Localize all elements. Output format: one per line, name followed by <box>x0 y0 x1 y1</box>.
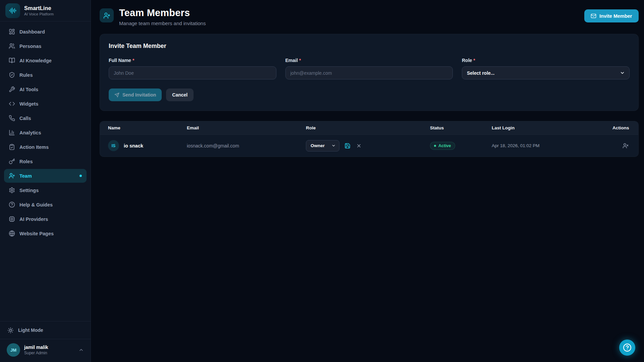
sidebar-item-widgets[interactable]: Widgets <box>4 97 87 111</box>
invite-form-title: Invite Team Member <box>109 43 630 50</box>
send-icon <box>114 93 119 98</box>
chevron-down-icon <box>620 70 625 75</box>
required-asterisk: * <box>132 58 134 63</box>
members-table: Name Email Role Status Last Login Action… <box>100 121 639 157</box>
table-header-row: Name Email Role Status Last Login Action… <box>100 121 638 134</box>
column-header-role: Role <box>306 125 430 130</box>
sidebar-item-roles[interactable]: Roles <box>4 155 87 168</box>
book-open-icon <box>9 57 15 64</box>
role-label: Role* <box>462 58 630 63</box>
sidebar-item-action-items[interactable]: Action Items <box>4 140 87 154</box>
sidebar-item-calls[interactable]: Calls <box>4 111 87 125</box>
sidebar-item-ai-providers[interactable]: AI Providers <box>4 212 87 226</box>
app-logo-row: SmartLine AI Voice Platform <box>0 0 91 21</box>
chevron-up-icon <box>78 347 84 353</box>
send-invitation-label: Send Invitation <box>122 92 156 98</box>
app-tagline: AI Voice Platform <box>24 12 54 16</box>
sidebar-item-dashboard[interactable]: Dashboard <box>4 25 87 39</box>
email-input[interactable] <box>285 66 453 79</box>
sidebar-item-label: AI Providers <box>19 217 48 222</box>
save-role-button[interactable] <box>344 142 351 149</box>
invite-member-label: Invite Member <box>599 13 632 19</box>
member-email: iosnack.com@gmail.com <box>187 143 306 148</box>
sidebar-item-ai-knowledge[interactable]: AI Knowledge <box>4 54 87 67</box>
sidebar-item-team[interactable]: Team <box>4 169 87 183</box>
invite-team-member-card: Invite Team Member Full Name* Email* Rol… <box>100 34 639 111</box>
member-role-value: Owner <box>311 143 325 148</box>
sidebar-item-ai-tools[interactable]: AI Tools <box>4 82 87 96</box>
help-circle-icon <box>623 343 632 352</box>
gear-icon <box>9 187 15 193</box>
sidebar-item-label: Team <box>19 173 32 179</box>
member-role-select[interactable]: Owner <box>306 140 339 152</box>
table-row: IS io snack iosnack.com@gmail.com Owner … <box>100 134 638 157</box>
phone-icon <box>9 115 15 121</box>
avatar: JM <box>7 343 20 357</box>
remove-member-button[interactable] <box>622 142 629 149</box>
sidebar-item-label: Personas <box>19 44 41 49</box>
sidebar-item-label: Help & Guides <box>19 202 53 207</box>
role-select[interactable]: Select role... <box>462 66 630 79</box>
sidebar-item-settings[interactable]: Settings <box>4 183 87 197</box>
status-badge: Active <box>430 142 455 150</box>
sidebar-item-label: AI Knowledge <box>19 58 52 63</box>
page-header: Team Members Manage team members and inv… <box>100 7 639 26</box>
globe-icon <box>9 230 15 237</box>
full-name-input[interactable] <box>109 66 276 79</box>
cancel-button[interactable]: Cancel <box>166 88 194 101</box>
team-page-icon-box <box>100 8 114 22</box>
full-name-field-group: Full Name* <box>109 58 276 79</box>
sidebar-item-personas[interactable]: Personas <box>4 39 87 53</box>
column-header-last-login: Last Login <box>492 125 612 130</box>
app-logo <box>5 3 20 18</box>
help-fab-button[interactable] <box>619 340 635 356</box>
user-x-icon <box>623 143 629 149</box>
code-icon <box>9 101 15 107</box>
sidebar-item-analytics[interactable]: Analytics <box>4 126 87 139</box>
member-avatar: IS <box>108 140 119 151</box>
user-name: jamil malik <box>24 345 48 350</box>
sidebar-item-label: Roles <box>19 159 33 164</box>
user-plus-icon <box>9 173 15 179</box>
users-icon <box>9 43 15 49</box>
active-indicator-dot <box>79 175 82 177</box>
sidebar-item-label: Settings <box>19 188 39 193</box>
role-field-group: Role* Select role... <box>462 58 630 79</box>
sun-icon <box>7 327 14 334</box>
sidebar-item-label: Dashboard <box>19 29 45 35</box>
sidebar-item-website-pages[interactable]: Website Pages <box>4 227 87 240</box>
user-role: Super Admin <box>24 351 48 355</box>
sidebar-item-label: Website Pages <box>19 231 54 236</box>
dashboard-grid-icon <box>9 28 15 35</box>
role-select-value: Select role... <box>467 70 494 76</box>
light-mode-toggle[interactable]: Light Mode <box>0 321 91 339</box>
sidebar-item-label: Rules <box>19 72 33 78</box>
column-header-name: Name <box>108 125 187 130</box>
save-icon <box>344 143 351 149</box>
column-header-status: Status <box>430 125 492 130</box>
main-content: Team Members Manage team members and inv… <box>91 0 644 362</box>
sidebar-item-label: AI Tools <box>19 87 38 92</box>
column-header-actions: Actions <box>612 125 629 130</box>
chevron-down-icon <box>331 143 336 148</box>
page-title: Team Members <box>119 7 206 18</box>
sidebar-item-label: Analytics <box>19 130 41 135</box>
sidebar-item-help-guides[interactable]: Help & Guides <box>4 198 87 212</box>
invite-member-button[interactable]: Invite Member <box>584 9 639 22</box>
light-mode-label: Light Mode <box>18 327 43 333</box>
shield-check-icon <box>9 72 15 78</box>
mail-icon <box>591 13 596 19</box>
help-circle-icon <box>9 201 15 208</box>
page-subtitle: Manage team members and invitations <box>119 20 206 26</box>
sidebar-item-label: Action Items <box>19 144 49 150</box>
x-icon <box>356 143 362 148</box>
sidebar-nav: Dashboard Personas AI Knowledge Rules AI… <box>0 21 91 244</box>
cancel-role-change-button[interactable] <box>356 142 362 149</box>
sidebar-item-rules[interactable]: Rules <box>4 68 87 82</box>
send-invitation-button[interactable]: Send Invitation <box>109 88 162 101</box>
user-menu[interactable]: JM jamil malik Super Admin <box>0 339 91 362</box>
app-name: SmartLine <box>24 5 54 11</box>
email-label: Email* <box>285 58 453 63</box>
member-name: io snack <box>124 143 143 148</box>
key-icon <box>9 158 15 165</box>
